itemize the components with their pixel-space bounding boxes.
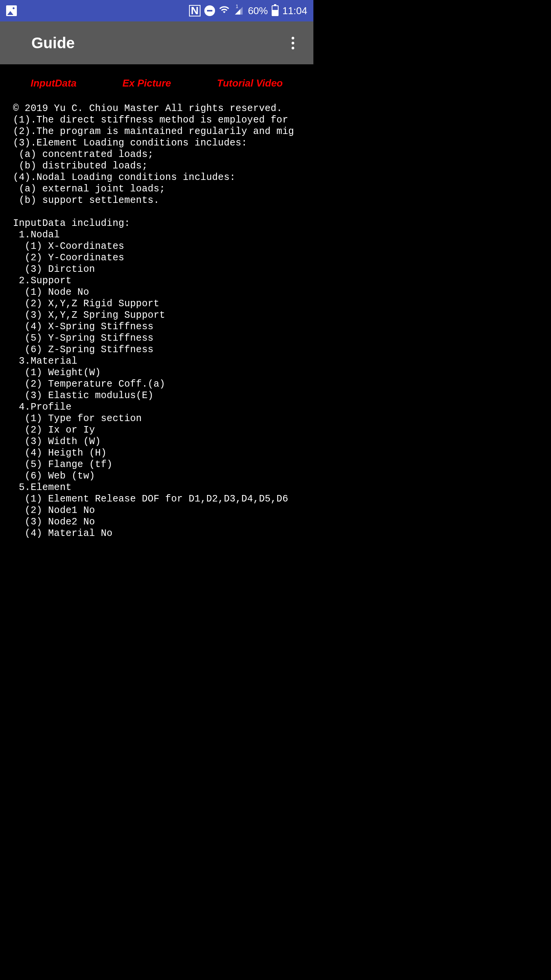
- tab-inputdata[interactable]: InputData: [31, 77, 77, 89]
- image-notification-icon: [6, 5, 17, 16]
- overflow-menu-button[interactable]: [288, 33, 298, 53]
- tab-row: InputData Ex Picture Tutorial Video: [0, 64, 313, 102]
- wifi-icon: [219, 4, 230, 18]
- guide-text: © 2019 Yu C. Chiou Master All rights res…: [13, 103, 300, 539]
- dot-icon: [292, 37, 294, 39]
- content-area: © 2019 Yu C. Chiou Master All rights res…: [0, 102, 313, 539]
- status-bar: N 1 60% 11:04: [0, 0, 313, 21]
- app-bar: Guide: [0, 21, 313, 64]
- tab-ex-picture[interactable]: Ex Picture: [122, 77, 171, 89]
- dot-icon: [292, 47, 294, 49]
- status-right: N 1 60% 11:04: [189, 4, 307, 18]
- dot-icon: [292, 42, 294, 44]
- do-not-disturb-icon: [204, 5, 215, 16]
- page-title: Guide: [31, 34, 75, 52]
- battery-icon: [272, 5, 279, 16]
- clock-time: 11:04: [282, 5, 307, 17]
- status-left: [6, 5, 17, 16]
- signal-superscript: 1: [236, 4, 238, 9]
- battery-percent: 60%: [248, 5, 268, 17]
- nfc-icon: N: [189, 5, 201, 16]
- cellular-signal-icon: 1: [233, 6, 244, 15]
- tab-tutorial-video[interactable]: Tutorial Video: [217, 77, 283, 89]
